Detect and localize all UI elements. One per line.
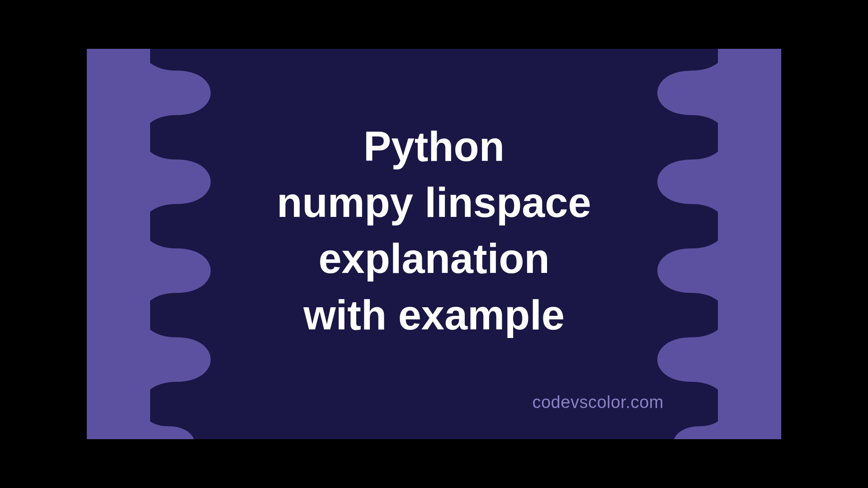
title-line-3: explanation (277, 230, 591, 286)
blob-left-edge (150, 49, 249, 439)
title-line-2: numpy linspace (277, 174, 591, 230)
watermark-text: codevscolor.com (532, 393, 664, 412)
banner-canvas: Python numpy linspace explanation with e… (87, 49, 781, 439)
banner-title: Python numpy linspace explanation with e… (277, 118, 591, 343)
title-line-4: with example (277, 286, 591, 343)
blob-right-edge (619, 49, 718, 439)
title-line-1: Python (277, 118, 591, 174)
